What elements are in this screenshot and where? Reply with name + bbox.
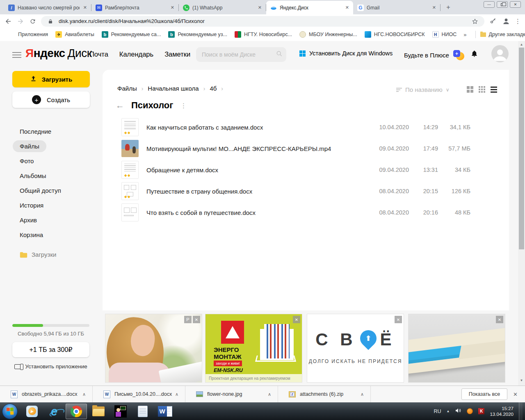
page-scrollbar[interactable]: ▲ ▼	[518, 41, 525, 386]
sidebar-item-files[interactable]: Файлы	[0, 139, 103, 153]
forward-icon[interactable]	[16, 17, 25, 25]
download-menu-icon[interactable]: ∧	[175, 392, 178, 397]
tab-rambler-mail[interactable]: ✉ Рамблер/почта ✕	[91, 1, 178, 14]
yandex-disk-logo[interactable]: ЯндексДиск	[25, 47, 91, 60]
list-view-icon-active[interactable]	[491, 87, 497, 93]
taskbar-rektor-app[interactable]	[110, 404, 131, 419]
language-indicator[interactable]: RU	[434, 409, 441, 414]
taskbar-internet-explorer[interactable]: e	[43, 404, 65, 419]
bookmark-ngs[interactable]: НГС.НОВОСИБИРСК	[361, 30, 429, 39]
sidebar-item-shared[interactable]: Общий доступ	[0, 183, 103, 198]
tab-news[interactable]: / Названо число смертей рос ✕	[4, 1, 91, 14]
taskbar-word[interactable]: W	[154, 404, 176, 419]
close-ad-icon[interactable]: ✕	[496, 316, 503, 323]
tray-expand-icon[interactable]: ▲	[447, 409, 450, 413]
nav-mail[interactable]: Почта	[89, 50, 108, 58]
back-icon[interactable]	[4, 17, 12, 25]
taskbar-file-explorer[interactable]	[88, 404, 109, 419]
taskbar-chrome-active[interactable]	[66, 404, 87, 419]
show-all-downloads-button[interactable]: Показать все	[461, 388, 507, 400]
sidebar-item-albums[interactable]: Альбомы	[0, 168, 103, 183]
bookmarks-overflow-icon[interactable]: »	[460, 32, 470, 38]
show-desktop-button[interactable]	[519, 402, 523, 420]
tab-gmail[interactable]: G Gmail ✕	[353, 1, 440, 14]
yandex-plus-link[interactable]: Будьте в Плюсе +	[404, 50, 464, 60]
minimize-button[interactable]: —	[484, 1, 495, 8]
file-row[interactable]: Мотивирующий мультик! МО...АНДЕ ЭКСПРЕСС…	[103, 138, 509, 159]
ad-banner-mattress[interactable]: ✕	[408, 314, 505, 383]
sidebar-item-recent[interactable]: Последние	[0, 124, 103, 139]
taskbar-media-player[interactable]: ▶	[21, 404, 43, 419]
volume-icon[interactable]	[455, 407, 461, 415]
sidebar-item-archive[interactable]: Архив	[0, 212, 103, 227]
disk-search-box[interactable]	[196, 47, 286, 62]
close-ad-icon[interactable]: ✕	[395, 316, 402, 323]
ad-banner-energomontazh[interactable]: ЭНЕРГО МОНТАЖ заходи и живи! EM-NSK.RU П…	[205, 314, 302, 383]
other-bookmarks[interactable]: Другие закладки	[470, 30, 525, 39]
close-tab-icon[interactable]: ✕	[170, 4, 175, 11]
bookmark-nios[interactable]: Н НИОС	[429, 30, 461, 39]
hamburger-menu-icon[interactable]	[12, 52, 21, 58]
download-item[interactable]: Z attachments (6).zip ∧	[278, 386, 371, 402]
breadcrumb-school[interactable]: Начальная школа	[148, 85, 199, 92]
user-avatar[interactable]	[491, 45, 509, 62]
download-menu-icon[interactable]: ∧	[361, 392, 364, 397]
close-tab-icon[interactable]: ✕	[82, 4, 88, 11]
profile-icon[interactable]	[502, 17, 511, 26]
notifications-bell-icon[interactable]	[470, 49, 478, 59]
download-item[interactable]: W Письмо_10.04.20....docx ∧	[93, 386, 185, 402]
sort-control[interactable]: По названию ∨	[396, 86, 449, 93]
scrollbar-thumb[interactable]	[519, 48, 524, 249]
grid-view-icon[interactable]	[479, 86, 485, 93]
download-menu-icon[interactable]: ∧	[82, 392, 86, 397]
kaspersky-icon[interactable]: K	[478, 408, 484, 414]
close-tab-icon[interactable]: ✕	[345, 4, 350, 11]
close-ad-icon[interactable]: ✕	[193, 316, 200, 323]
antivirus-tray-icon[interactable]	[467, 408, 473, 414]
taskbar-journal[interactable]	[132, 404, 153, 419]
back-arrow-icon[interactable]: ←	[116, 100, 124, 110]
taskbar-clock[interactable]: 15:27 13.04.2020	[490, 406, 514, 417]
file-row[interactable]: Что взять с собой в путешествие.docx 08.…	[103, 202, 509, 223]
scroll-down-icon[interactable]: ▼	[518, 377, 525, 383]
buy-storage-button[interactable]: +1 ТБ за 300₽	[12, 342, 89, 357]
close-downloads-bar-icon[interactable]: ✕	[513, 391, 518, 397]
bookmark-avia[interactable]: ✈ Авиабилеты	[52, 30, 98, 39]
bookmark-mbou[interactable]: МБОУ Инженерны...	[296, 30, 361, 39]
new-tab-button[interactable]: +	[443, 2, 454, 13]
password-key-icon[interactable]	[488, 17, 498, 26]
breadcrumb-files[interactable]: Файлы	[117, 85, 137, 92]
bookmark-recommended-2[interactable]: b Рекомендуемые уз...	[164, 30, 231, 39]
ad-banner-svoyo[interactable]: С В ⬆ Ё ДОЛГО ИСКАТЬ НЕ ПРИДЕТСЯ ✕	[307, 314, 404, 383]
sidebar-item-history[interactable]: История	[0, 198, 103, 212]
scroll-up-icon[interactable]: ▲	[518, 41, 525, 47]
ad-ruble-badge[interactable]: Р	[184, 316, 192, 323]
breadcrumb-4b[interactable]: 4б	[210, 85, 217, 92]
install-disk-windows[interactable]: Установить Диск для Windows	[299, 50, 393, 57]
file-row[interactable]: Обращение к детям.docx 09.04.2020 13:31 …	[103, 159, 509, 180]
sidebar-downloads-folder[interactable]: Загрузки	[20, 251, 56, 258]
ad-banner-woman[interactable]: Р ✕	[105, 314, 202, 383]
download-menu-icon[interactable]: ∧	[268, 392, 271, 397]
refresh-icon[interactable]	[29, 17, 37, 25]
close-ad-icon[interactable]: ✕	[293, 316, 300, 323]
tab-yandex-disk-active[interactable]: Яндекс.Диск ✕	[266, 1, 353, 14]
download-item[interactable]: flower-none.jpg ∧	[185, 386, 278, 402]
address-bar[interactable]: disk.yandex.ru/client/disk/Начальная%20ш…	[41, 16, 484, 27]
close-tab-icon[interactable]: ✕	[257, 4, 262, 11]
file-row[interactable]: Путешествие в страну общения.docx 08.04.…	[103, 180, 509, 202]
create-button[interactable]: + Создать	[12, 91, 90, 108]
browser-menu-icon[interactable]: ⋮	[515, 18, 521, 25]
tiles-view-icon[interactable]	[467, 86, 473, 93]
start-button[interactable]	[2, 404, 18, 419]
upload-button[interactable]: Загрузить	[12, 71, 90, 87]
bookmark-apps[interactable]: Приложения	[5, 30, 52, 39]
bookmark-ngtu[interactable]: НГТУ. Новосибирс...	[231, 30, 296, 39]
close-window-button[interactable]: ✕	[510, 1, 521, 8]
restore-button[interactable]	[497, 1, 508, 8]
bookmark-star-icon[interactable]	[470, 17, 479, 26]
folder-menu-icon[interactable]: ⋮	[180, 102, 187, 110]
search-input[interactable]	[202, 51, 276, 58]
nav-notes[interactable]: Заметки	[164, 50, 190, 58]
close-tab-icon[interactable]: ✕	[431, 4, 437, 11]
